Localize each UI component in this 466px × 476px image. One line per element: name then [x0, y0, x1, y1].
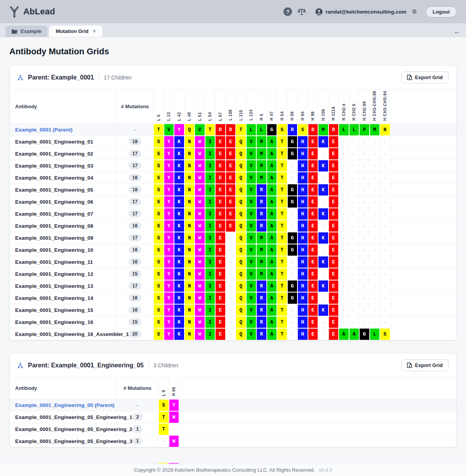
- mutation-cell: N: [184, 232, 195, 244]
- mutation-cell: T: [277, 148, 287, 160]
- grid-row: Example_0001_Engineering_1317SYKNWIE-QVR…: [10, 280, 456, 292]
- mutation-cell: V: [246, 244, 257, 256]
- mutation-cell: S: [153, 328, 164, 340]
- mutation-cell: G: [359, 328, 370, 340]
- mutation-cell: D: [226, 124, 236, 136]
- close-tab-icon[interactable]: ✕: [92, 29, 96, 34]
- position-label: H 98: [310, 111, 315, 121]
- mutation-cell: Y: [164, 268, 174, 280]
- user-menu[interactable]: randal@ketchemconsulting.com: [315, 8, 406, 16]
- mutation-cell: Y: [164, 280, 174, 292]
- scales-icon[interactable]: [297, 8, 306, 16]
- mutation-cell-empty: -: [339, 184, 349, 196]
- position-label: H 47: [269, 111, 274, 121]
- mutation-cell-empty: -: [380, 184, 390, 196]
- grid-header-row: Antibody # Mutations L 5L 13L 42L 48L 51…: [10, 90, 456, 124]
- mutation-cell: W: [195, 232, 205, 244]
- antibody-name-cell: Example_0001_Engineering_03: [10, 160, 117, 172]
- antibody-name: Example_0001_Engineering_14: [15, 295, 93, 301]
- mutation-cell-empty: -: [359, 280, 370, 292]
- tab-mutation-grid[interactable]: Mutation Grid ✕: [49, 26, 102, 37]
- mutation-cell: E: [329, 160, 339, 172]
- mutation-cell: N: [184, 184, 195, 196]
- grid-row: Example_0001_Engineering_1016SYKNWIE-QVM…: [10, 244, 456, 256]
- footer: Copyright © 2026 Ketchem Biotherapeutics…: [0, 464, 466, 476]
- mutation-cell: H: [297, 304, 308, 316]
- position-label: H CH2:4: [341, 104, 346, 121]
- antibody-name-cell: Example_0001_Engineering_10: [10, 244, 117, 256]
- antibody-name: Example_0001_Engineering_13: [15, 283, 93, 289]
- mutation-cell: G: [267, 124, 277, 136]
- mutation-cell-empty: -: [349, 316, 360, 328]
- mutation-cell: E: [215, 208, 226, 220]
- mutation-cell-empty: -: [226, 256, 236, 268]
- mutation-cell: T: [277, 232, 287, 244]
- mutation-cell-empty: -: [339, 232, 349, 244]
- mutation-cell: E: [215, 316, 226, 328]
- mutation-cell: I: [205, 280, 216, 292]
- mutations-count-badge: 16: [129, 222, 141, 230]
- antibody-name-cell: Example_0001_Engineering_16_Assembler_1: [10, 328, 117, 340]
- mutation-cell-empty: -: [359, 208, 370, 220]
- mutation-cell: E: [329, 316, 339, 328]
- mutation-cell: Y: [164, 232, 174, 244]
- mutation-cell: Y: [164, 160, 174, 172]
- mutation-cell-empty: -: [287, 220, 298, 232]
- grid-row: Example_0001_Engineering_1516SYKNWIE-QVR…: [10, 304, 456, 316]
- grid-card-header: Parent: Example_0001 17 Children Export …: [10, 66, 456, 90]
- mutation-cell: S: [153, 244, 164, 256]
- antibody-name-cell: Example_0001_Engineering_14: [10, 292, 117, 304]
- mutation-cell: R: [256, 220, 267, 232]
- mutation-cell: E: [215, 280, 226, 292]
- grid-body: Example_0001 (Parent)-TVYQVTDDTLLGSRSDMD…: [10, 124, 456, 340]
- parent-antibody-link[interactable]: Example_0001 (Parent): [15, 127, 73, 133]
- mutations-count-badge: 1: [132, 437, 143, 445]
- position-label: H 111A: [331, 106, 336, 121]
- row-filler: [390, 316, 457, 328]
- mutation-cell: Y: [169, 399, 179, 411]
- mutation-cell: A: [267, 148, 277, 160]
- mutations-count-cell: 1: [117, 435, 158, 447]
- mutation-cell-empty: -: [370, 160, 380, 172]
- mutation-cell: D: [215, 124, 226, 136]
- mutations-count-badge: 18: [129, 138, 141, 145]
- antibody-name-cell: Example_0001_Engineering_05_Engineering_…: [10, 411, 117, 423]
- mutation-cell-empty: -: [380, 268, 390, 280]
- antibody-name: Example_0001_Engineering_01: [15, 139, 93, 145]
- mutation-cell-empty: -: [380, 220, 390, 232]
- mutation-cell: H: [297, 292, 308, 304]
- grid-row: Example_0001_Engineering_1116SYKNWIE-QVM…: [10, 256, 456, 268]
- tab-bar: Example Mutation Grid ✕ ←: [0, 23, 466, 37]
- mutation-cell: L: [339, 124, 349, 136]
- mutation-cell: W: [195, 220, 205, 232]
- mutations-count-cell: 18: [117, 184, 153, 196]
- mutation-cell: K: [174, 232, 184, 244]
- logout-button[interactable]: Logout: [426, 6, 457, 17]
- mutation-cell: M: [318, 124, 329, 136]
- back-arrow-icon[interactable]: ←: [454, 28, 461, 35]
- grid-card-header: Parent: Example_0001_Engineering_05 3 Ch…: [10, 353, 456, 377]
- position-column-header: L 54: [205, 90, 216, 123]
- mutation-cell: H: [297, 148, 308, 160]
- row-filler: [390, 196, 457, 208]
- tab-example[interactable]: Example: [5, 26, 47, 37]
- position-column-header: H 58: [287, 90, 298, 123]
- export-grid-button[interactable]: Export Grid: [401, 71, 449, 83]
- mutation-cell: S: [153, 220, 164, 232]
- settings-gear-icon[interactable]: ⚙: [412, 8, 417, 15]
- grid-header-row: Antibody # Mutations L 9H 66: [10, 377, 456, 399]
- mutation-cell: T: [277, 184, 287, 196]
- mutation-cell: K: [174, 268, 184, 280]
- parent-antibody-link[interactable]: Example_0001_Engineering_05 (Parent): [15, 402, 115, 408]
- mutation-cell: E: [308, 232, 318, 244]
- row-filler: [390, 244, 457, 256]
- help-icon[interactable]: ?: [283, 7, 292, 16]
- mutation-cell-empty: -: [359, 244, 370, 256]
- antibody-name: Example_0001_Engineering_16_Assembler_1: [15, 331, 129, 337]
- mutation-cell-empty: -: [370, 256, 380, 268]
- mutation-cell: K: [174, 292, 184, 304]
- mutation-cell: K: [174, 196, 184, 208]
- mutation-cell-empty: -: [226, 280, 236, 292]
- export-grid-button[interactable]: Export Grid: [401, 359, 449, 371]
- mutation-cell: E: [308, 184, 318, 196]
